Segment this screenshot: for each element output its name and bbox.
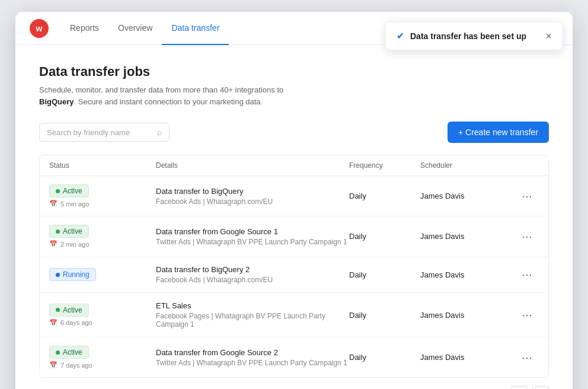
details-sub-4: Twitter Ads | Whatagraph BV PPE Launch P…	[156, 359, 349, 367]
status-time-0: 📅 5 min ago	[49, 200, 156, 208]
top-nav: w Reports Overview Data transfer ✔ Data …	[15, 12, 573, 45]
col-header-frequency: Frequency	[349, 161, 420, 170]
row-more-button-4[interactable]: ⋯	[515, 350, 539, 365]
row-more-button-3[interactable]: ⋯	[515, 307, 539, 323]
details-cell-0: Data transfer to BigQuery Facebook Ads |…	[156, 187, 349, 206]
status-badge-2: Running	[49, 268, 96, 281]
toolbar: ⌕ + Create new transfer	[39, 122, 549, 143]
details-sub-2: Facebook Ads | Whatagraph.com/EU	[156, 276, 349, 284]
search-icon: ⌕	[157, 127, 162, 137]
frequency-cell-2: Daily	[349, 270, 420, 279]
row-more-button-2[interactable]: ⋯	[515, 267, 539, 282]
col-header-details: Details	[156, 161, 349, 170]
status-badge-1: Active	[49, 225, 89, 238]
table-row: Active 📅 7 days ago Data transfer from G…	[40, 337, 548, 377]
status-badge-0: Active	[49, 184, 89, 197]
scheduler-cell-3: James Davis	[420, 311, 515, 320]
pagination-next-button[interactable]: ›	[532, 386, 549, 389]
calendar-icon-1: 📅	[49, 240, 57, 248]
nav-tab-overview[interactable]: Overview	[108, 12, 162, 45]
status-time-4: 📅 7 days ago	[49, 361, 156, 369]
status-cell-4: Active 📅 7 days ago	[49, 346, 156, 369]
details-sub-1: Twitter Ads | Whatagraph BV PPE Launch P…	[156, 238, 349, 246]
table-row: Running Data transfer to BigQuery 2 Face…	[40, 257, 548, 293]
col-header-actions	[515, 161, 539, 170]
status-dot-4	[56, 350, 60, 355]
status-time-3: 📅 6 days ago	[49, 319, 156, 327]
status-badge-4: Active	[49, 346, 89, 359]
details-title-1: Data transfer from Google Source 1	[156, 227, 349, 236]
toast-message: Data transfer has been set up	[410, 31, 539, 41]
page-title: Data transfer jobs	[39, 64, 549, 79]
nav-tabs: Reports Overview Data transfer	[60, 12, 229, 44]
toast-check-icon: ✔	[397, 30, 404, 42]
calendar-icon-4: 📅	[49, 361, 57, 369]
scheduler-cell-2: James Davis	[420, 270, 515, 279]
status-dot-1	[56, 229, 60, 234]
calendar-icon-0: 📅	[49, 200, 57, 208]
nav-tab-data-transfer[interactable]: Data transfer	[162, 12, 229, 45]
status-time-1: 📅 2 min ago	[49, 240, 156, 248]
toast-close-button[interactable]: ×	[545, 31, 552, 42]
details-sub-3: Facebook Pages | Whatagraph BV PPE Launc…	[156, 312, 349, 329]
frequency-cell-4: Daily	[349, 353, 420, 362]
status-cell-0: Active 📅 5 min ago	[49, 184, 156, 208]
frequency-cell-0: Daily	[349, 192, 420, 200]
details-cell-1: Data transfer from Google Source 1 Twitt…	[156, 227, 349, 246]
main-content: Data transfer jobs Schedule, monitor, an…	[15, 45, 573, 389]
data-table: Status Details Frequency Scheduler Activ…	[39, 155, 549, 378]
frequency-cell-3: Daily	[349, 311, 420, 320]
status-cell-3: Active 📅 6 days ago	[49, 304, 156, 327]
details-sub-0: Facebook Ads | Whatagraph.com/EU	[156, 197, 349, 206]
table-header: Status Details Frequency Scheduler	[40, 155, 548, 176]
col-header-scheduler: Scheduler	[420, 161, 515, 170]
table-row: Active 📅 6 days ago ETL Sales Facebook P…	[40, 293, 548, 337]
col-header-status: Status	[49, 161, 156, 170]
status-dot-3	[56, 308, 60, 312]
details-title-0: Data transfer to BigQuery	[156, 187, 349, 196]
scheduler-cell-0: James Davis	[420, 192, 515, 200]
app-window: w Reports Overview Data transfer ✔ Data …	[15, 12, 573, 389]
details-cell-4: Data transfer from Google Source 2 Twitt…	[156, 348, 349, 367]
status-dot-2	[56, 273, 60, 277]
table-row: Active 📅 2 min ago Data transfer from Go…	[40, 216, 548, 257]
calendar-icon-3: 📅	[49, 319, 57, 327]
status-cell-2: Running	[49, 268, 156, 281]
pagination-prev-button[interactable]: ‹	[511, 386, 528, 389]
toast-notification: ✔ Data transfer has been set up ×	[385, 21, 563, 50]
row-more-button-0[interactable]: ⋯	[515, 189, 539, 204]
details-cell-2: Data transfer to BigQuery 2 Facebook Ads…	[156, 265, 349, 284]
create-transfer-button[interactable]: + Create new transfer	[448, 122, 549, 143]
status-cell-1: Active 📅 2 min ago	[49, 225, 156, 248]
details-title-3: ETL Sales	[156, 301, 349, 310]
page-subtitle: Schedule, monitor, and transfer data fro…	[39, 84, 312, 107]
app-logo: w	[30, 19, 49, 38]
search-input[interactable]	[47, 128, 152, 137]
frequency-cell-1: Daily	[349, 232, 420, 241]
pagination: 1–6 of 60 ‹ ›	[39, 378, 549, 389]
scheduler-cell-1: James Davis	[420, 232, 515, 241]
details-title-2: Data transfer to BigQuery 2	[156, 265, 349, 274]
status-dot-0	[56, 189, 60, 193]
status-badge-3: Active	[49, 304, 89, 317]
table-row: Active 📅 5 min ago Data transfer to BigQ…	[40, 176, 548, 216]
row-more-button-1[interactable]: ⋯	[515, 229, 539, 244]
scheduler-cell-4: James Davis	[420, 353, 515, 362]
details-title-4: Data transfer from Google Source 2	[156, 348, 349, 357]
search-box[interactable]: ⌕	[39, 123, 170, 142]
nav-tab-reports[interactable]: Reports	[60, 12, 108, 45]
details-cell-3: ETL Sales Facebook Pages | Whatagraph BV…	[156, 301, 349, 329]
